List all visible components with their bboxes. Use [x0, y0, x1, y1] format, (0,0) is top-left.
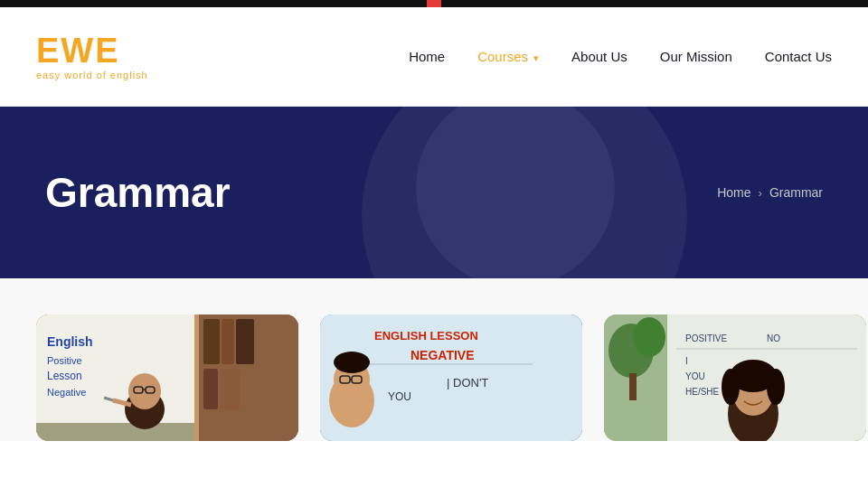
svg-point-37: [633, 317, 665, 357]
card-1-image: English Positive Lesson Negative: [36, 314, 298, 441]
logo[interactable]: EWE easy world of english: [36, 33, 148, 80]
card-3-image: POSITIVE NO I YOU HE/SHE: [604, 314, 866, 441]
nav-link-mission[interactable]: Our Mission: [660, 49, 732, 64]
nav-item-courses[interactable]: Courses ▾: [477, 49, 539, 65]
svg-rect-5: [203, 369, 218, 409]
svg-text:NEGATIVE: NEGATIVE: [410, 348, 475, 362]
hero-banner: Grammar Home › Grammar: [0, 107, 868, 278]
navbar: EWE easy world of english Home Courses ▾…: [0, 7, 868, 107]
svg-point-48: [722, 369, 740, 405]
page-title: Grammar: [45, 168, 231, 217]
logo-subtitle: easy world of english: [36, 70, 148, 80]
top-bar-accent: [427, 0, 441, 7]
svg-text:Lesson: Lesson: [47, 370, 82, 382]
svg-text:YOU: YOU: [685, 371, 705, 381]
svg-text:Positive: Positive: [47, 355, 82, 366]
svg-text:I: I: [685, 356, 688, 366]
nav-links: Home Courses ▾ About Us Our Mission Cont…: [409, 49, 832, 65]
svg-rect-2: [203, 319, 220, 364]
svg-text:POSITIVE: POSITIVE: [685, 333, 727, 343]
svg-rect-3: [222, 319, 234, 364]
nav-item-contact[interactable]: Contact Us: [765, 49, 832, 65]
svg-text:Negative: Negative: [47, 387, 86, 398]
breadcrumb-home-link[interactable]: Home: [717, 185, 750, 200]
svg-rect-7: [36, 314, 194, 423]
cards-section: English Positive Lesson Negative ENGLISH…: [0, 278, 868, 441]
svg-text:English: English: [47, 334, 93, 349]
nav-link-courses[interactable]: Courses ▾: [477, 49, 539, 64]
grammar-card-1[interactable]: English Positive Lesson Negative: [36, 314, 298, 441]
svg-rect-8: [36, 423, 194, 441]
nav-link-contact[interactable]: Contact Us: [765, 49, 832, 64]
grammar-card-2[interactable]: ENGLISH LESSON NEGATIVE I YOU | DON'T: [320, 314, 582, 441]
nav-link-home[interactable]: Home: [409, 49, 445, 64]
svg-text:HE/SHE: HE/SHE: [685, 387, 720, 397]
svg-rect-6: [220, 369, 240, 409]
svg-text:NO: NO: [767, 333, 780, 343]
chevron-down-icon: ▾: [531, 52, 539, 63]
svg-text:| DON'T: | DON'T: [447, 376, 488, 389]
svg-text:YOU: YOU: [388, 390, 411, 403]
nav-link-about[interactable]: About Us: [571, 49, 627, 64]
top-bar: [0, 0, 868, 7]
svg-rect-4: [236, 319, 254, 364]
svg-rect-38: [629, 373, 637, 400]
logo-text: EWE: [36, 33, 120, 68]
nav-item-mission[interactable]: Our Mission: [660, 49, 732, 65]
breadcrumb-current: Grammar: [769, 185, 823, 200]
breadcrumb-separator: ›: [759, 186, 762, 200]
svg-point-49: [767, 369, 785, 405]
svg-text:ENGLISH LESSON: ENGLISH LESSON: [374, 329, 478, 343]
card-2-image: ENGLISH LESSON NEGATIVE I YOU | DON'T: [320, 314, 582, 441]
breadcrumb: Home › Grammar: [717, 185, 823, 200]
grammar-card-3[interactable]: POSITIVE NO I YOU HE/SHE: [604, 314, 866, 441]
nav-item-about[interactable]: About Us: [571, 49, 627, 65]
svg-point-32: [334, 352, 370, 373]
nav-item-home[interactable]: Home: [409, 49, 445, 65]
